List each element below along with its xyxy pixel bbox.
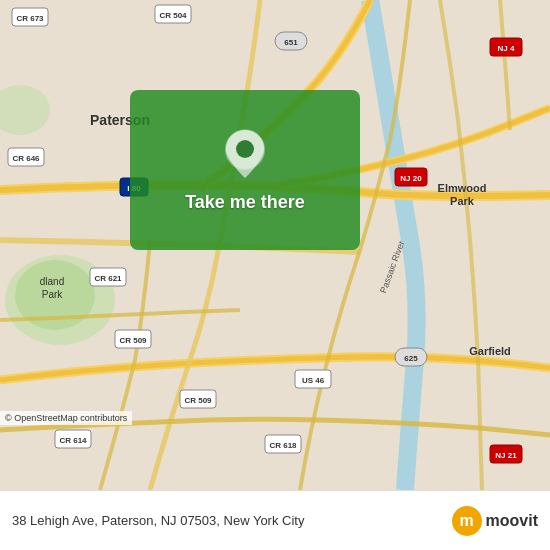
svg-text:Garfield: Garfield <box>469 345 511 357</box>
svg-text:NJ 4: NJ 4 <box>498 44 515 53</box>
moovit-logo: m moovit <box>452 506 538 536</box>
svg-text:CR 646: CR 646 <box>12 154 40 163</box>
bottom-bar: 38 Lehigh Ave, Paterson, NJ 07503, New Y… <box>0 490 550 550</box>
moovit-logo-text: moovit <box>486 512 538 530</box>
svg-text:US 46: US 46 <box>302 376 325 385</box>
svg-text:CR 614: CR 614 <box>59 436 87 445</box>
svg-point-44 <box>236 140 254 158</box>
svg-text:625: 625 <box>404 354 418 363</box>
osm-attribution: © OpenStreetMap contributors <box>0 411 132 425</box>
svg-text:NJ 21: NJ 21 <box>495 451 517 460</box>
moovit-logo-icon: m <box>452 506 482 536</box>
location-pin-icon <box>223 128 267 182</box>
take-me-there-label: Take me there <box>185 192 305 213</box>
svg-text:CR 509: CR 509 <box>119 336 147 345</box>
svg-text:CR 618: CR 618 <box>269 441 297 450</box>
take-me-there-button[interactable]: Take me there <box>130 90 360 250</box>
svg-text:CR 621: CR 621 <box>94 274 122 283</box>
svg-text:Park: Park <box>42 289 64 300</box>
svg-text:CR 673: CR 673 <box>16 14 44 23</box>
svg-text:NJ 20: NJ 20 <box>400 174 422 183</box>
svg-text:CR 509: CR 509 <box>184 396 212 405</box>
map-container: CR 673 CR 504 651 NJ 4 CR 646 I 80 NJ 20… <box>0 0 550 490</box>
svg-text:Park: Park <box>450 195 475 207</box>
svg-text:651: 651 <box>284 38 298 47</box>
svg-text:CR 504: CR 504 <box>159 11 187 20</box>
address-text: 38 Lehigh Ave, Paterson, NJ 07503, New Y… <box>12 513 452 528</box>
svg-text:Elmwood: Elmwood <box>438 182 487 194</box>
svg-text:dland: dland <box>40 276 64 287</box>
